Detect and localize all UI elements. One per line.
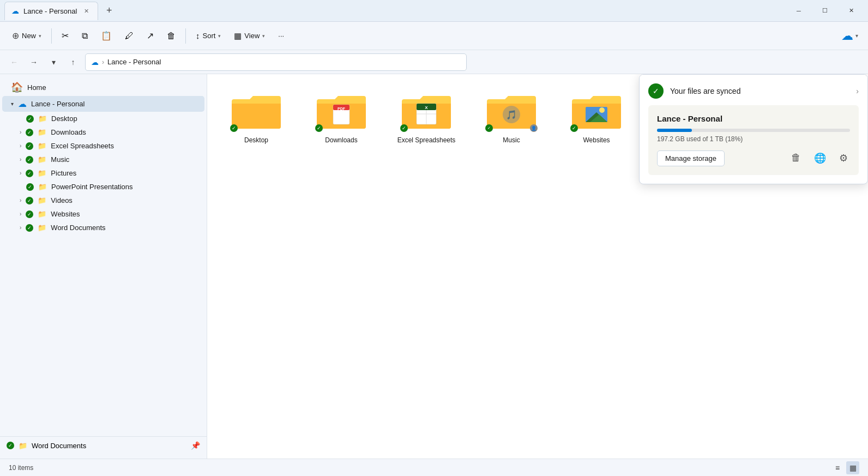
sort-label: Sort [203,32,216,40]
home-icon: 🏠 [11,81,23,93]
folder-icon-word: 📁 [38,224,46,232]
sidebar: 🏠 Home ▾ ☁ Lance - Personal ✓ 📁 Desktop … [0,74,207,459]
address-cloud-icon: ☁ [91,58,99,67]
folder-websites[interactable]: ✓ Websites [558,85,635,149]
paste-button[interactable]: 📋 [95,27,117,44]
sort-arrow-icon: ▾ [218,33,221,39]
copy-button[interactable]: ⧉ [76,28,93,44]
sidebar-item-desktop[interactable]: ✓ 📁 Desktop [2,112,204,125]
close-button[interactable]: ✕ [839,2,864,20]
sidebar-item-ppt[interactable]: ✓ 📁 PowerPoint Presentations [2,180,204,194]
expand-excel-icon: › [20,143,21,149]
expand-videos-icon: › [20,197,21,203]
sync-panel-arrow-icon[interactable]: › [856,87,859,95]
sync-badge-websites: ✓ [26,210,33,218]
more-icon: ··· [278,32,284,40]
recycle-bin-icon[interactable]: 🗑 [789,150,803,166]
share-icon: ↗ [147,31,154,41]
sidebar-item-onedrive[interactable]: ▾ ☁ Lance - Personal [2,96,204,112]
sidebar-ppt-label: PowerPoint Presentations [51,183,133,191]
svg-point-13 [599,107,605,113]
folder-music[interactable]: 🎵 ✓ 👤 Music [473,85,550,149]
sidebar-item-pictures[interactable]: › ✓ 📁 Pictures [2,166,204,180]
paste-icon: 📋 [101,31,112,41]
sort-button[interactable]: ↕ Sort ▾ [190,28,226,44]
sync-badge-videos: ✓ [26,197,33,204]
folder-icon-footer: 📁 [19,442,27,450]
view-button[interactable]: ▦ View ▾ [228,28,270,44]
sync-icon-desktop: ✓ [230,124,238,132]
recent-locations-button[interactable]: ▾ [46,55,61,70]
manage-storage-button[interactable]: Manage storage [657,150,725,166]
more-options-button[interactable]: ··· [273,28,290,43]
sync-account-name: Lance - Personal [657,114,850,123]
sync-icon-downloads: ✓ [315,124,323,132]
expand-word-icon: › [20,225,21,231]
globe-icon[interactable]: 🌐 [812,150,828,166]
folder-thumb-desktop: ✓ [229,89,284,133]
sidebar-downloads-label: Downloads [51,128,86,136]
status-item-count: 10 items [9,464,33,472]
sync-badge-desktop: ✓ [26,115,34,123]
person-icon-music: 👤 [530,124,538,132]
sync-check-icon: ✓ [648,83,664,99]
new-tab-button[interactable]: + [100,2,118,20]
svg-text:PDF: PDF [337,107,346,111]
maximize-button[interactable]: ☐ [812,2,837,20]
onedrive-toolbar-button[interactable]: ☁ ▾ [838,26,861,46]
folder-icon-excel: 📁 [38,142,46,150]
sidebar-item-downloads[interactable]: › ✓ 📁 Downloads [2,125,204,139]
folder-excel[interactable]: X ✓ Excel Spreadsheets [388,85,465,149]
tab-close-button[interactable]: ✕ [81,6,91,16]
forward-button[interactable]: → [26,55,41,70]
sidebar-footer: ✓ 📁 Word Documents 📌 [0,436,207,454]
sync-badge-ppt: ✓ [26,183,34,191]
folder-desktop[interactable]: ✓ Desktop [218,85,294,149]
sidebar-videos-label: Videos [51,196,73,204]
view-icon: ▦ [234,31,242,41]
rename-button[interactable]: 🖊 [119,28,139,44]
folder-icon-downloads: 📁 [38,128,46,136]
content-area: ✓ Desktop PDF ✓ Downloads [207,74,868,459]
address-bar[interactable]: ☁ › Lance - Personal [85,53,467,71]
folder-thumb-downloads: PDF ✓ [314,89,369,133]
sync-panel-actions: Manage storage 🗑 🌐 ⚙ [657,150,850,166]
new-button[interactable]: ⊕ New ▾ [7,27,47,44]
view-label: View [244,32,260,40]
share-button[interactable]: ↗ [141,27,159,44]
sidebar-onedrive-label: Lance - Personal [31,100,85,108]
address-path: Lance - Personal [107,58,161,66]
list-view-button[interactable]: ≡ [831,461,844,474]
sidebar-item-home[interactable]: 🏠 Home [2,79,204,96]
sidebar-music-label: Music [51,155,69,164]
expand-pictures-icon: › [20,170,21,176]
sidebar-item-word[interactable]: › ✓ 📁 Word Documents [2,221,204,234]
minimize-button[interactable]: ─ [786,2,811,20]
onedrive-cloud-icon: ☁ [841,29,853,43]
sidebar-desktop-label: Desktop [51,115,77,123]
sync-badge-music: ✓ [26,156,33,164]
settings-gear-icon[interactable]: ⚙ [837,150,850,166]
new-arrow-icon: ▾ [39,33,41,39]
folder-downloads[interactable]: PDF ✓ Downloads [303,85,379,149]
onedrive-dropdown-arrow: ▾ [855,33,858,39]
sidebar-item-music[interactable]: › ✓ 📁 Music [2,153,204,166]
sync-badge-excel: ✓ [26,142,33,150]
sidebar-item-websites[interactable]: › ✓ 📁 Websites [2,207,204,221]
sidebar-item-videos[interactable]: › ✓ 📁 Videos [2,194,204,207]
address-separator: › [102,58,104,66]
sidebar-item-excel[interactable]: › ✓ 📁 Excel Spreadsheets [2,139,204,153]
toolbar-separator-2 [185,28,186,44]
cut-button[interactable]: ✂ [56,27,74,44]
sync-badge-footer: ✓ [7,442,14,449]
sidebar-excel-label: Excel Spreadsheets [51,142,114,150]
back-button[interactable]: ← [7,55,22,70]
grid-view-button[interactable]: ▦ [846,461,859,474]
svg-text:🎵: 🎵 [506,110,517,120]
delete-button[interactable]: 🗑 [161,28,181,44]
expand-music-icon: › [20,156,21,162]
up-directory-button[interactable]: ↑ [65,55,81,70]
sidebar-spacer [0,234,207,436]
folder-icon-websites: 📁 [38,210,46,218]
active-tab[interactable]: ☁ Lance - Personal ✕ [4,2,98,20]
